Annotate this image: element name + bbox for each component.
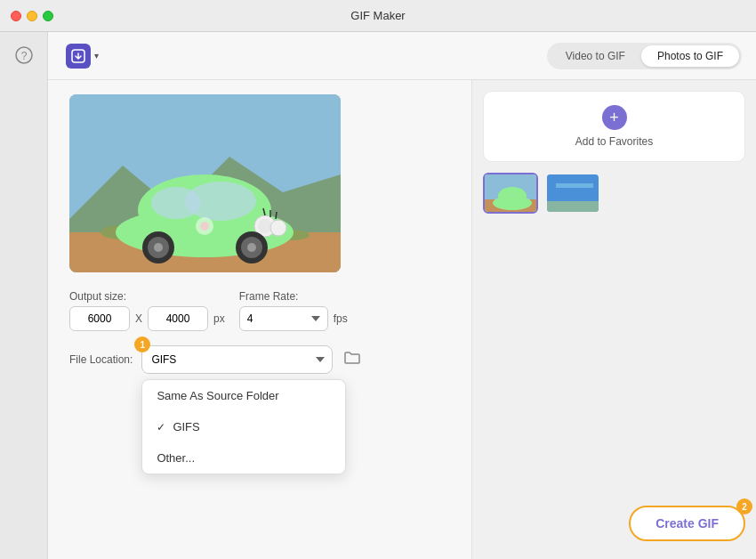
svg-point-17 bbox=[154, 243, 163, 252]
output-size-group: Output size: X px bbox=[69, 290, 225, 331]
file-location-label: File Location: bbox=[69, 353, 133, 366]
plus-icon: + bbox=[602, 105, 627, 130]
px-label: px bbox=[213, 312, 225, 325]
title-bar: GIF Maker bbox=[0, 0, 756, 32]
close-button[interactable] bbox=[11, 11, 21, 21]
badge-2: 2 bbox=[736, 498, 752, 514]
framerate-select[interactable]: 4 8 12 24 bbox=[239, 306, 328, 331]
minimize-button[interactable] bbox=[27, 11, 37, 21]
svg-rect-32 bbox=[556, 183, 593, 188]
svg-point-22 bbox=[200, 222, 209, 231]
photo-preview-image bbox=[69, 94, 341, 272]
left-panel: Output size: X px Frame Rate: 4 bbox=[48, 80, 471, 559]
create-gif-button[interactable]: Create GIF bbox=[629, 506, 745, 541]
thumbnail-2[interactable] bbox=[545, 173, 600, 214]
right-panel: + Add to Favorites bbox=[471, 80, 756, 559]
import-button[interactable]: ▾ bbox=[62, 40, 102, 72]
dropdown-item-other-label: Other... bbox=[157, 451, 195, 465]
svg-point-20 bbox=[247, 243, 256, 252]
folder-browse-button[interactable] bbox=[342, 349, 363, 370]
thumbnail-1-image bbox=[485, 174, 536, 212]
file-location-row: File Location: 1 GIFS Same As Source Fol… bbox=[69, 345, 450, 374]
toolbar: ▾ Video to GIF Photos to GIF bbox=[48, 32, 756, 80]
photos-to-gif-tab[interactable]: Photos to GIF bbox=[641, 45, 739, 67]
width-input[interactable] bbox=[69, 306, 130, 331]
framerate-group: Frame Rate: 4 8 12 24 fps bbox=[239, 290, 348, 331]
left-nav: ? bbox=[0, 32, 48, 559]
fps-label: fps bbox=[334, 312, 348, 325]
dropdown-item-same-as-source[interactable]: Same As Source Folder bbox=[142, 380, 345, 411]
svg-point-13 bbox=[258, 219, 272, 233]
dropdown-item-gifs-label: GIFS bbox=[173, 420, 199, 433]
app-body: ? ▾ Video to GIF Photos to GIF bbox=[0, 32, 756, 559]
window-controls bbox=[11, 11, 53, 21]
file-location-select[interactable]: GIFS Same As Source Folder Other... bbox=[141, 345, 333, 374]
settings-row: Output size: X px Frame Rate: 4 bbox=[69, 290, 450, 331]
video-to-gif-tab[interactable]: Video to GIF bbox=[550, 45, 641, 67]
svg-point-14 bbox=[270, 220, 286, 236]
import-icon bbox=[66, 44, 91, 69]
svg-rect-31 bbox=[547, 201, 600, 214]
main-area: ▾ Video to GIF Photos to GIF bbox=[48, 32, 756, 559]
x-separator: X bbox=[135, 312, 142, 325]
thumbnails-row bbox=[483, 173, 745, 214]
window-title: GIF Maker bbox=[350, 9, 405, 22]
height-input[interactable] bbox=[148, 306, 208, 331]
svg-text:?: ? bbox=[20, 50, 27, 62]
maximize-button[interactable] bbox=[43, 11, 53, 21]
dropdown-item-gifs[interactable]: ✓ GIFS bbox=[142, 411, 345, 442]
add-favorites-box[interactable]: + Add to Favorites bbox=[483, 91, 745, 162]
favorites-label: Add to Favorites bbox=[575, 135, 653, 148]
svg-line-25 bbox=[276, 212, 277, 219]
import-chevron: ▾ bbox=[94, 51, 99, 61]
file-location-select-wrapper: 1 GIFS Same As Source Folder Other... Sa… bbox=[141, 345, 333, 374]
dropdown-item-same-as-source-label: Same As Source Folder bbox=[157, 389, 278, 402]
create-gif-wrapper: 2 Create GIF bbox=[629, 506, 745, 541]
dropdown-item-other[interactable]: Other... bbox=[142, 442, 345, 474]
file-location-dropdown: Same As Source Folder ✓ GIFS Other... bbox=[141, 379, 346, 474]
output-size-label: Output size: bbox=[69, 290, 225, 303]
nav-icon-help[interactable]: ? bbox=[8, 39, 40, 71]
svg-point-29 bbox=[498, 187, 527, 205]
size-inputs: X px bbox=[69, 306, 225, 331]
framerate-label: Frame Rate: bbox=[239, 290, 348, 303]
thumbnail-1[interactable] bbox=[483, 173, 538, 214]
svg-point-11 bbox=[151, 187, 201, 219]
mode-toggle: Video to GIF Photos to GIF bbox=[547, 43, 742, 69]
photo-preview bbox=[69, 94, 341, 272]
check-mark-icon: ✓ bbox=[157, 421, 165, 433]
content-area: Output size: X px Frame Rate: 4 bbox=[48, 80, 756, 559]
thumbnail-2-image bbox=[547, 174, 599, 212]
framerate-inputs: 4 8 12 24 fps bbox=[239, 306, 348, 331]
